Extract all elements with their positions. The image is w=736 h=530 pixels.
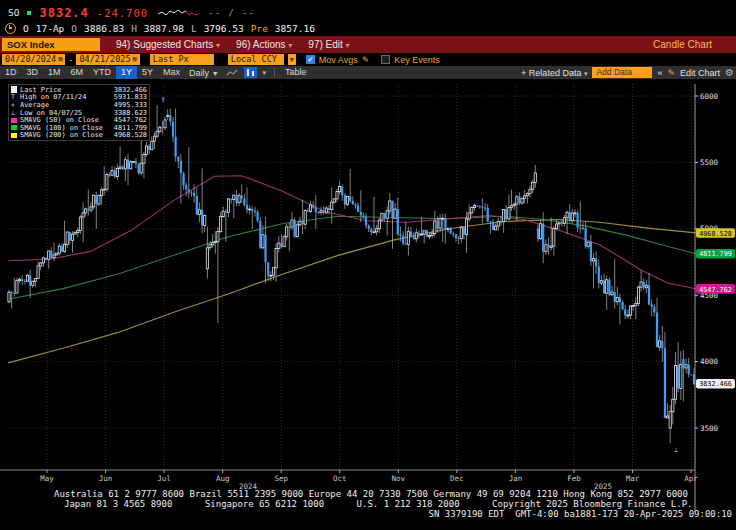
- price-sparkline: [156, 7, 200, 19]
- high-value: 3887.98: [144, 23, 184, 34]
- field-toolbar: 04/20/2024▦ - 04/21/2025▦ Last Px Local …: [0, 53, 736, 66]
- prev-value: 3857.16: [275, 23, 315, 34]
- period-1y[interactable]: 1Y: [116, 66, 137, 79]
- divider: [274, 68, 275, 77]
- quote-header: SO 3832.4 -24.700 -- / --: [0, 5, 736, 20]
- menu-actions[interactable]: 96) Actions ▾: [236, 39, 292, 50]
- month-label: Sep: [274, 474, 288, 483]
- candle-swatch-icon: [11, 86, 17, 93]
- low-label: L: [191, 23, 197, 34]
- svg-text:⊥: ⊥: [674, 446, 678, 453]
- edit-chart-pencil-icon: ✎: [667, 68, 675, 78]
- y-tick-label: 6000: [700, 92, 719, 101]
- table-button[interactable]: Table: [280, 66, 312, 79]
- y-tick-label: 5500: [700, 158, 719, 167]
- price-axis: 600055005000450040003500: [695, 84, 719, 512]
- currency-dropdown-button[interactable]: ▾: [288, 54, 296, 65]
- low-marker-icon: ⊥: [11, 109, 20, 117]
- menu-edit[interactable]: 97) Edit ▾: [308, 39, 349, 50]
- month-label: Feb: [567, 474, 581, 483]
- chevron-down-icon: ▼: [212, 70, 219, 77]
- candle-chart-canvas[interactable]: T⊥6000550050004500400035004968.5284811.7…: [0, 0, 736, 530]
- collapse-button[interactable]: «: [657, 68, 662, 78]
- date-range-dash: -: [69, 55, 72, 65]
- open-value: 3886.83: [84, 23, 124, 34]
- month-label: Aug: [216, 474, 230, 483]
- legend-smavg200: SMAVG (200) on Close4968.528: [11, 132, 147, 140]
- related-data-button[interactable]: + Related Data ▾: [521, 68, 587, 78]
- y-tick-label: 3500: [700, 424, 719, 433]
- price-source-select[interactable]: Last Px: [150, 54, 214, 65]
- gear-icon[interactable]: ⚙: [725, 67, 734, 78]
- price-change: -24.700: [97, 7, 148, 19]
- period-1d[interactable]: 1D: [0, 66, 22, 79]
- bloomberg-terminal-gp-chart: { "quote": { "ticker": "SO", "last": "38…: [0, 0, 736, 530]
- time-axis: MayJunJulAugSepOctNovDecJanFebMarApr2024…: [0, 470, 698, 491]
- chevron-down-icon: ▾: [216, 41, 220, 50]
- calendar-icon: ▦: [133, 54, 137, 65]
- edit-chart-button[interactable]: Edit Chart: [680, 68, 720, 78]
- svg-text:4811.799: 4811.799: [699, 250, 732, 258]
- month-label: Nov: [392, 474, 406, 483]
- svg-text:4547.762: 4547.762: [699, 286, 732, 294]
- currency-select[interactable]: Local CCY: [228, 54, 284, 65]
- line-chart-icon[interactable]: [223, 67, 241, 78]
- period-toolbar: 1D 3D 1M 6M YTD 1Y 5Y Max Daily ▼ ▾ Tabl…: [0, 66, 736, 79]
- svg-text:4968.528: 4968.528: [699, 230, 732, 238]
- calendar-icon: ▦: [58, 54, 62, 65]
- footer-phones-line1: Australia 61 2 9777 8600 Brazil 5511 239…: [54, 489, 688, 499]
- smavg-50-line: [8, 176, 696, 289]
- month-label: Dec: [450, 474, 464, 483]
- mov-avgs-label: Mov Avgs: [319, 55, 358, 65]
- smavg100-swatch-icon: [11, 125, 17, 130]
- chart-tools: + Related Data ▾ Add Data « ✎ Edit Chart…: [521, 67, 734, 78]
- month-label: Mar: [626, 474, 640, 483]
- ticker: SO: [8, 7, 19, 18]
- chart-style-dropdown[interactable]: ▾: [260, 67, 270, 78]
- chevron-down-icon: ▾: [346, 41, 350, 50]
- date-to-input[interactable]: 04/21/2025▦: [76, 54, 139, 65]
- key-events-checkbox[interactable]: [381, 55, 390, 64]
- low-value: 3796.53: [204, 23, 244, 34]
- date-from-input[interactable]: 04/20/2024▦: [2, 54, 65, 65]
- smavg-100-line: [8, 216, 696, 299]
- chart-type-label: Candle Chart: [653, 39, 712, 50]
- period-3d[interactable]: 3D: [22, 66, 44, 79]
- gridlines: [8, 84, 694, 470]
- session-date: 17-Ap: [36, 23, 65, 34]
- svg-text:3832.466: 3832.466: [699, 380, 732, 388]
- high-low-markers: T⊥: [161, 96, 678, 453]
- bid-ask: -- / --: [208, 7, 255, 18]
- footer-phones-line2: Japan 81 3 4565 8900 Singapore 65 6212 1…: [64, 499, 693, 509]
- add-data-input[interactable]: Add Data: [592, 67, 652, 78]
- month-label: May: [40, 474, 54, 483]
- month-label: Jul: [157, 474, 171, 483]
- delayed-clock-icon: [5, 23, 16, 34]
- key-events-label: Key Events: [394, 55, 440, 65]
- period-5y[interactable]: 5Y: [137, 66, 158, 79]
- month-label: Jun: [99, 474, 113, 483]
- last-price: 3832.4: [39, 6, 88, 20]
- mov-avgs-checkbox[interactable]: ✔: [306, 55, 315, 64]
- command-ribbon: SOX Index 94) Suggested Charts ▾ 96) Act…: [0, 36, 736, 53]
- session-stats: O 17-Ap O 3886.83 H 3887.98 L 3796.53 Pr…: [0, 21, 736, 35]
- chevron-down-icon: ▾: [288, 41, 292, 50]
- session-flag: O: [23, 23, 29, 34]
- frequency-select[interactable]: Daily ▼: [185, 68, 222, 78]
- security-input[interactable]: SOX Index: [2, 38, 100, 51]
- edit-mov-avgs-icon[interactable]: ✎: [362, 55, 370, 65]
- prev-label: Pre: [251, 23, 268, 34]
- high-label: H: [131, 23, 137, 34]
- smavg200-swatch-icon: [11, 133, 17, 138]
- menu-suggested-charts[interactable]: 94) Suggested Charts ▾: [116, 39, 220, 50]
- candles-layer: [8, 105, 695, 443]
- period-ytd[interactable]: YTD: [88, 66, 116, 79]
- chart-legend: Last Price3832.466 T High on 07/11/24593…: [8, 84, 150, 141]
- month-label: Oct: [333, 474, 347, 483]
- period-6m[interactable]: 6M: [66, 66, 89, 79]
- period-max[interactable]: Max: [158, 66, 185, 79]
- period-1m[interactable]: 1M: [43, 66, 66, 79]
- smavg50-swatch-icon: [11, 118, 17, 123]
- status-dot-icon: [27, 11, 31, 15]
- candle-chart-icon[interactable]: [241, 67, 260, 78]
